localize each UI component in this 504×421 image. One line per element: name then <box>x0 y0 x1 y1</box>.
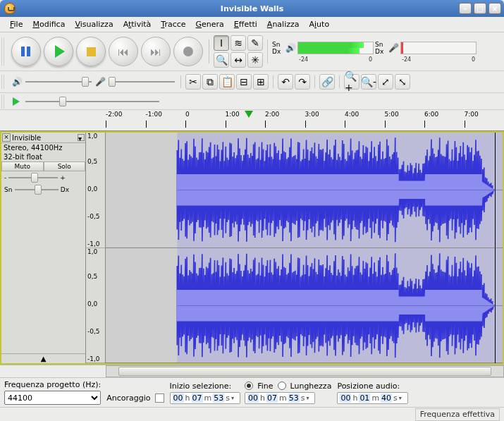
selection-start-field[interactable]: 00h 07m 53s ▾ <box>170 392 240 404</box>
scrollbar-thumb[interactable] <box>118 367 491 376</box>
link-tracks-button[interactable]: 🔗 <box>319 74 335 90</box>
trim-button[interactable]: ⊟ <box>236 74 252 90</box>
draw-tool[interactable]: ✎ <box>247 35 263 51</box>
menu-modifica[interactable]: Modifica <box>28 18 69 30</box>
toolbar-grip[interactable] <box>1 94 7 109</box>
svg-rect-1 <box>106 133 177 248</box>
speaker-icon: 🔊 <box>285 43 296 53</box>
playback-speed-slider[interactable] <box>25 99 159 104</box>
time-ruler[interactable]: -2:00-1:0001:002:003:004:005:006:007:008… <box>106 111 504 130</box>
zoom-tool[interactable]: 🔍 <box>214 52 229 68</box>
separator <box>180 75 181 88</box>
toolbar-secondary: 🔊 🎤 ✂ ⧉ 📋 ⊟ ⊞ ↶ ↷ 🔗 🔍+ 🔍- ⤢ ⤡ <box>0 71 504 93</box>
gain-slider[interactable] <box>8 175 58 181</box>
playback-meter-scale: -240 <box>297 56 374 63</box>
redo-button[interactable]: ↷ <box>295 74 310 90</box>
track-gain: - + <box>1 171 85 183</box>
menu-visualizza[interactable]: Visualizza <box>70 18 117 30</box>
solo-button[interactable]: Solo <box>44 161 86 171</box>
track-pan: Sn Dx <box>1 183 85 195</box>
waveform-display[interactable] <box>106 133 503 363</box>
selection-cursor[interactable] <box>495 133 496 363</box>
menu-analizza[interactable]: Analizza <box>263 18 304 30</box>
microphone-icon: 🎤 <box>388 43 399 53</box>
play-at-speed-button[interactable] <box>13 97 20 106</box>
transport-controls: ⏮ ⏭ <box>8 34 206 69</box>
toolbar-transcription <box>0 93 504 110</box>
playback-meter[interactable] <box>297 42 374 54</box>
selection-start-label: Inizio selezione: <box>170 382 232 391</box>
main-area: -2:00-1:0001:002:003:004:005:006:007:008… <box>0 110 504 377</box>
timeline[interactable]: -2:00-1:0001:002:003:004:005:006:007:008… <box>0 110 504 131</box>
pan-slider[interactable] <box>15 187 59 193</box>
skip-start-button[interactable]: ⏮ <box>109 37 138 66</box>
menu-tracce[interactable]: Tracce <box>156 18 190 30</box>
paste-button[interactable]: 📋 <box>219 74 235 90</box>
project-rate-label: Frequenza progetto (Hz): <box>4 380 101 389</box>
snap-checkbox[interactable] <box>155 393 164 403</box>
menu-aiuto[interactable]: Aiuto <box>305 18 334 30</box>
output-volume-slider[interactable] <box>25 79 92 85</box>
record-button[interactable] <box>173 37 203 66</box>
track-name[interactable]: Invisible <box>12 134 76 142</box>
selection-tool[interactable]: I <box>214 35 229 51</box>
menu-genera[interactable]: Genera <box>192 18 228 30</box>
pause-button[interactable] <box>11 37 41 66</box>
selection-toolbar: Frequenza progetto (Hz): 44100 Ancoraggi… <box>0 377 504 407</box>
project-rate-select[interactable]: 44100 <box>4 391 101 405</box>
mute-button[interactable]: Muto <box>1 161 44 171</box>
fit-project-button[interactable]: ⤡ <box>395 74 410 90</box>
track-close-button[interactable]: × <box>2 133 11 142</box>
playback-meter-labels: SnDx <box>272 41 283 55</box>
playhead-marker[interactable] <box>245 111 253 118</box>
minimize-button[interactable]: – <box>459 3 472 14</box>
menu-file[interactable]: File <box>6 18 27 30</box>
play-button[interactable] <box>44 37 73 66</box>
app-icon <box>4 3 16 14</box>
record-meter[interactable] <box>400 42 477 54</box>
close-button[interactable]: × <box>488 3 501 14</box>
undo-button[interactable]: ↶ <box>278 74 293 90</box>
speaker-icon: 🔊 <box>11 77 23 87</box>
envelope-tool[interactable]: ≋ <box>231 35 246 51</box>
dropdown-icon[interactable]: ▾ <box>399 395 405 401</box>
menu-effetti[interactable]: Effetti <box>230 18 262 30</box>
dropdown-icon[interactable]: ▾ <box>306 395 312 401</box>
stop-button[interactable] <box>76 37 106 66</box>
separator <box>209 39 209 63</box>
zoom-out-button[interactable]: 🔍- <box>361 74 376 90</box>
svg-rect-4 <box>106 248 177 363</box>
toolbar-grip[interactable] <box>1 37 7 66</box>
input-volume-slider[interactable] <box>109 79 175 85</box>
length-radio[interactable] <box>278 382 286 390</box>
track-menu-dropdown[interactable]: ▾ <box>78 134 85 141</box>
snap-label: Ancoraggio <box>106 393 150 403</box>
toolbar-grip[interactable] <box>1 75 7 89</box>
waveform-channel-right[interactable] <box>106 248 503 364</box>
silence-button[interactable]: ⊞ <box>253 74 269 90</box>
maximize-button[interactable]: □ <box>474 3 486 14</box>
selection-end-field[interactable]: 00h 07m 53s ▾ <box>245 392 315 404</box>
zoom-in-button[interactable]: 🔍+ <box>344 74 359 90</box>
timeshift-tool[interactable]: ↔ <box>231 52 246 68</box>
audio-position-field[interactable]: 00h 01m 40s ▾ <box>337 392 407 404</box>
dropdown-icon[interactable]: ▾ <box>231 395 238 401</box>
copy-button[interactable]: ⧉ <box>202 74 218 90</box>
cut-button[interactable]: ✂ <box>185 74 201 90</box>
microphone-icon: 🎤 <box>94 77 106 87</box>
separator <box>339 75 340 88</box>
vertical-scale[interactable]: 1,0 0,5 0,0 -0,5 -1,0 1,0 0,5 0,0 -0,5 -… <box>86 133 106 363</box>
multi-tool[interactable]: ✳ <box>247 52 263 68</box>
track-collapse-button[interactable]: ▲ <box>1 353 85 363</box>
horizontal-scrollbar[interactable] <box>0 365 504 377</box>
fit-selection-button[interactable]: ⤢ <box>378 74 393 90</box>
edit-tools: I ≋ ✎ 🔍 ↔ ✳ <box>212 34 264 69</box>
statusbar: Frequenza effettiva <box>0 407 504 421</box>
window-titlebar: Invisible Walls – □ × <box>0 0 504 17</box>
end-radio[interactable] <box>245 382 253 390</box>
menu-attivita[interactable]: Attività <box>119 18 156 30</box>
track-depth: 32-bit float <box>1 152 85 161</box>
skip-end-button[interactable]: ⏭ <box>141 37 171 66</box>
waveform-channel-left[interactable] <box>106 133 503 248</box>
output-volume: 🔊 🎤 <box>8 77 178 87</box>
